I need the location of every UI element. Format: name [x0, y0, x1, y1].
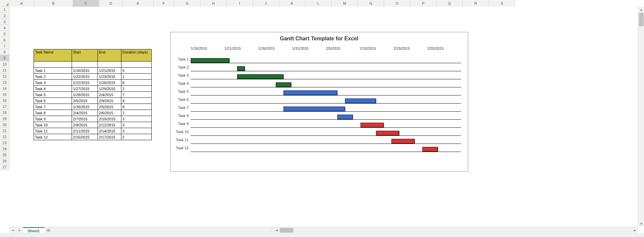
- column-header-S[interactable]: S: [489, 0, 515, 7]
- row-header-11[interactable]: 11: [0, 67, 9, 73]
- column-header-E[interactable]: E: [123, 0, 154, 7]
- cell-end[interactable]: 2/4/2015: [98, 92, 121, 98]
- cell-end[interactable]: 1/21/2015: [98, 68, 121, 74]
- row-header-18[interactable]: 18: [0, 110, 9, 116]
- row-header-4[interactable]: 4: [0, 25, 9, 31]
- row-header-23[interactable]: 23: [0, 140, 9, 146]
- gantt-bar[interactable]: [337, 115, 353, 119]
- row-header-2[interactable]: 2: [0, 13, 9, 19]
- cell-end[interactable]: 2/17/2015: [98, 134, 121, 140]
- cell-name[interactable]: Task 4: [34, 86, 72, 92]
- cell-name[interactable]: Task 8: [34, 110, 72, 116]
- column-header-H[interactable]: H: [200, 0, 227, 7]
- scroll-up-icon[interactable]: ▲: [638, 7, 644, 13]
- row-header-5[interactable]: 5: [0, 31, 9, 37]
- column-header-F[interactable]: F: [154, 0, 174, 7]
- cell-dur[interactable]: 2: [121, 86, 152, 92]
- cell-dur[interactable]: 2: [121, 110, 152, 116]
- cell-dur[interactable]: 3: [121, 128, 152, 134]
- header-end[interactable]: End: [98, 49, 121, 62]
- cell-end[interactable]: 1/23/2015: [98, 74, 121, 80]
- gantt-bar[interactable]: [283, 90, 338, 95]
- row-header-22[interactable]: 22: [0, 134, 9, 140]
- cell-start[interactable]: 1/16/2015: [72, 68, 98, 74]
- column-header-I[interactable]: I: [227, 0, 253, 7]
- cell-end[interactable]: 2/12/2015: [98, 122, 121, 128]
- column-header-K[interactable]: K: [279, 0, 305, 7]
- row-header-25[interactable]: 25: [0, 152, 9, 158]
- cell-start[interactable]: 1/28/2015: [72, 92, 98, 98]
- row-header-15[interactable]: 15: [0, 91, 9, 97]
- cell-end[interactable]: 2/6/2015: [98, 110, 121, 116]
- scroll-right-icon[interactable]: ►: [632, 227, 638, 233]
- column-header-Q[interactable]: Q: [437, 0, 463, 7]
- cell-start[interactable]: 2/5/2015: [72, 98, 98, 104]
- header-task-name[interactable]: Task Name: [34, 49, 72, 62]
- cell-dur[interactable]: 4: [121, 98, 152, 104]
- gantt-bar[interactable]: [276, 82, 291, 87]
- gantt-bar[interactable]: [376, 131, 399, 135]
- row-header-14[interactable]: 14: [0, 85, 9, 91]
- column-header-M[interactable]: M: [332, 0, 358, 7]
- cell-start[interactable]: 2/15/2015: [72, 134, 98, 140]
- gantt-bar[interactable]: [391, 139, 415, 144]
- cell-name[interactable]: Task 3: [34, 80, 72, 86]
- row-header-9[interactable]: 9: [0, 55, 9, 61]
- row-header-3[interactable]: 3: [0, 19, 9, 25]
- column-header-C[interactable]: C: [73, 0, 99, 7]
- row-header-17[interactable]: 17: [0, 104, 9, 110]
- cell-name[interactable]: Task 12: [34, 134, 72, 140]
- add-sheet-button[interactable]: ⊕: [44, 228, 52, 233]
- row-header-21[interactable]: 21: [0, 128, 9, 134]
- column-header-A[interactable]: A: [9, 0, 34, 7]
- cell-start[interactable]: 2/7/2015: [72, 116, 98, 122]
- cell-name[interactable]: Task 10: [34, 122, 72, 128]
- scroll-down-icon[interactable]: ▼: [638, 221, 644, 227]
- cell-end[interactable]: 2/9/2015: [98, 98, 121, 104]
- select-all-corner[interactable]: [0, 0, 9, 7]
- row-header-12[interactable]: 12: [0, 73, 9, 79]
- column-header-P[interactable]: P: [410, 0, 437, 7]
- table-row[interactable]: Task 51/28/20152/4/20157: [34, 92, 152, 98]
- cell-end[interactable]: 2/14/2015: [98, 128, 121, 134]
- row-header-19[interactable]: 19: [0, 116, 9, 122]
- column-header-D[interactable]: D: [99, 0, 123, 7]
- row-header-8[interactable]: 8: [0, 49, 9, 55]
- cell-start[interactable]: 1/22/2015: [72, 80, 98, 86]
- table-row[interactable]: Task 82/4/20152/6/20152: [34, 110, 152, 116]
- hscroll-thumb[interactable]: [280, 228, 293, 233]
- cell-end[interactable]: 2/5/2015: [98, 104, 121, 110]
- table-row[interactable]: Task 11/16/20151/21/20155: [34, 68, 152, 74]
- column-header-O[interactable]: O: [384, 0, 410, 7]
- table-row[interactable]: [34, 62, 152, 68]
- gantt-bar[interactable]: [345, 98, 376, 103]
- cell-name[interactable]: Task 7: [34, 104, 72, 110]
- cell-start[interactable]: 2/9/2015: [72, 122, 98, 128]
- column-header-B[interactable]: B: [34, 0, 73, 7]
- gantt-bar[interactable]: [191, 58, 229, 63]
- row-header-27[interactable]: 27: [0, 164, 9, 170]
- tab-next-icon[interactable]: ►: [18, 229, 21, 232]
- vscroll-thumb[interactable]: [639, 13, 644, 26]
- cell-end[interactable]: 2/10/2015: [98, 116, 121, 122]
- header-duration[interactable]: Duration (days): [121, 49, 152, 62]
- cell-dur[interactable]: 2: [121, 134, 152, 140]
- row-header-26[interactable]: 26: [0, 158, 9, 164]
- gantt-bar[interactable]: [422, 147, 438, 152]
- cell-dur[interactable]: 1: [121, 74, 152, 80]
- table-row[interactable]: Task 102/9/20152/12/20153: [34, 122, 152, 128]
- gantt-bar[interactable]: [237, 74, 283, 79]
- cell-start[interactable]: [72, 62, 98, 68]
- cell-name[interactable]: Task 1: [34, 68, 72, 74]
- cell-name[interactable]: Task 5: [34, 92, 72, 98]
- row-header-6[interactable]: 6: [0, 37, 9, 43]
- cell-name[interactable]: Task 9: [34, 116, 72, 122]
- column-header-L[interactable]: L: [305, 0, 332, 7]
- cell-name[interactable]: Task 2: [34, 74, 72, 80]
- gantt-chart[interactable]: Gantt Chart Template for Excel 1/16/2015…: [170, 32, 468, 172]
- cell-end[interactable]: 1/28/2015: [98, 80, 121, 86]
- row-header-16[interactable]: 16: [0, 97, 9, 104]
- sheet-tab-active[interactable]: Sheet1: [23, 227, 44, 233]
- cell-dur[interactable]: 7: [121, 92, 152, 98]
- cell-dur[interactable]: 5: [121, 68, 152, 74]
